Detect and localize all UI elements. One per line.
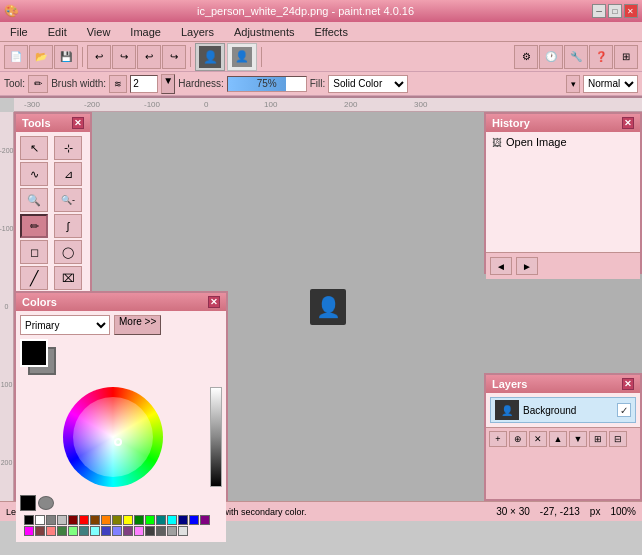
current-tool[interactable]: ✏: [28, 75, 48, 93]
save-button[interactable]: 💾: [54, 45, 78, 69]
color-swatch[interactable]: [178, 526, 188, 536]
layer-add-button[interactable]: +: [489, 431, 507, 447]
blend-select[interactable]: Normal: [583, 75, 638, 93]
color-swatch[interactable]: [167, 515, 177, 525]
color-swatch[interactable]: [90, 515, 100, 525]
color-swatch[interactable]: [145, 526, 155, 536]
help-icon[interactable]: ❓: [589, 45, 613, 69]
color-wheel[interactable]: [63, 387, 163, 487]
menu-view[interactable]: View: [81, 24, 117, 40]
layer-merge-button[interactable]: ⊞: [589, 431, 607, 447]
color-swatch[interactable]: [134, 526, 144, 536]
color-mode-select[interactable]: Primary: [20, 315, 110, 335]
menu-image[interactable]: Image: [124, 24, 167, 40]
history-redo-button[interactable]: ►: [516, 257, 538, 275]
undo-button[interactable]: ↩: [87, 45, 111, 69]
fill-select[interactable]: Solid Color: [328, 75, 408, 93]
redo2-button[interactable]: ↪: [162, 45, 186, 69]
tool-move[interactable]: ⊹: [54, 136, 82, 160]
eyedropper-swatch[interactable]: [38, 496, 54, 510]
color-swatch[interactable]: [101, 515, 111, 525]
brush-width-down[interactable]: ▼: [161, 74, 175, 94]
tool-arrow[interactable]: ↖: [20, 136, 48, 160]
color-swatch[interactable]: [35, 526, 45, 536]
color-swatch[interactable]: [68, 526, 78, 536]
color-swatch[interactable]: [156, 526, 166, 536]
layer-visibility-checkbox[interactable]: ✓: [617, 403, 631, 417]
tools-close-button[interactable]: ✕: [72, 117, 84, 129]
hardness-slider[interactable]: 75%: [227, 76, 307, 92]
color-swatch[interactable]: [178, 515, 188, 525]
tool-zoom-in[interactable]: 🔍: [20, 188, 48, 212]
color-swatch[interactable]: [200, 515, 210, 525]
color-swatch[interactable]: [46, 526, 56, 536]
tool-ellipse[interactable]: ◯: [54, 240, 82, 264]
color-swatch[interactable]: [189, 515, 199, 525]
layer-flatten-button[interactable]: ⊟: [609, 431, 627, 447]
tool-rect[interactable]: ◻: [20, 240, 48, 264]
tool-line[interactable]: ╱: [20, 266, 48, 290]
plugin-icon[interactable]: 🔧: [564, 45, 588, 69]
open-button[interactable]: 📂: [29, 45, 53, 69]
colors-close-button[interactable]: ✕: [208, 296, 220, 308]
tool-lasso[interactable]: ∿: [20, 162, 48, 186]
color-swatch[interactable]: [46, 515, 56, 525]
layer-down-button[interactable]: ▼: [569, 431, 587, 447]
tool-eraser[interactable]: ⌧: [54, 266, 82, 290]
color-swatch[interactable]: [35, 515, 45, 525]
layer-item[interactable]: 👤 Background ✓: [490, 397, 636, 423]
history-close-button[interactable]: ✕: [622, 117, 634, 129]
layer-dup-button[interactable]: ⊕: [509, 431, 527, 447]
layer-thumb-2[interactable]: 👤: [227, 43, 257, 71]
close-button[interactable]: ✕: [624, 4, 638, 18]
redo-button[interactable]: ↪: [112, 45, 136, 69]
menu-layers[interactable]: Layers: [175, 24, 220, 40]
layer-del-button[interactable]: ✕: [529, 431, 547, 447]
tool-brush[interactable]: ∫: [54, 214, 82, 238]
color-swatch[interactable]: [90, 526, 100, 536]
color-swatch[interactable]: [68, 515, 78, 525]
primary-color-box[interactable]: [20, 339, 48, 367]
maximize-button[interactable]: □: [608, 4, 622, 18]
layer-thumb-1[interactable]: 👤: [195, 43, 225, 71]
color-swatch[interactable]: [112, 526, 122, 536]
layer-up-button[interactable]: ▲: [549, 431, 567, 447]
color-swatch[interactable]: [79, 526, 89, 536]
minimize-button[interactable]: ─: [592, 4, 606, 18]
color-swatch[interactable]: [156, 515, 166, 525]
color-swatch[interactable]: [112, 515, 122, 525]
color-swatch[interactable]: [134, 515, 144, 525]
color-swatch[interactable]: [167, 526, 177, 536]
history-item[interactable]: 🖼 Open Image: [488, 134, 638, 150]
history-icon[interactable]: 🕐: [539, 45, 563, 69]
color-swatch[interactable]: [79, 515, 89, 525]
menu-edit[interactable]: Edit: [42, 24, 73, 40]
new-button[interactable]: 📄: [4, 45, 28, 69]
menu-adjustments[interactable]: Adjustments: [228, 24, 301, 40]
color-swatch[interactable]: [123, 515, 133, 525]
layers-close-button[interactable]: ✕: [622, 378, 634, 390]
menu-effects[interactable]: Effects: [309, 24, 354, 40]
color-swatch[interactable]: [24, 515, 34, 525]
color-swatch[interactable]: [123, 526, 133, 536]
history-undo-button[interactable]: ◄: [490, 257, 512, 275]
color-swatch[interactable]: [145, 515, 155, 525]
tool-zoom-out[interactable]: 🔍-: [54, 188, 82, 212]
color-swatch[interactable]: [101, 526, 111, 536]
settings-icon[interactable]: ⚙: [514, 45, 538, 69]
black-swatch[interactable]: [20, 495, 36, 511]
ruler-mark: 100: [264, 100, 277, 109]
undo2-button[interactable]: ↩: [137, 45, 161, 69]
more-colors-button[interactable]: More >>: [114, 315, 161, 335]
blend-dropdown-icon[interactable]: ▾: [566, 75, 580, 93]
brightness-slider[interactable]: [210, 387, 222, 487]
extra-icon[interactable]: ⊞: [614, 45, 638, 69]
brush-size-type[interactable]: ≋: [109, 75, 127, 93]
color-swatch[interactable]: [57, 515, 67, 525]
color-swatch[interactable]: [57, 526, 67, 536]
tool-select[interactable]: ⊿: [54, 162, 82, 186]
tool-pencil[interactable]: ✏: [20, 214, 48, 238]
color-swatch[interactable]: [24, 526, 34, 536]
menu-file[interactable]: File: [4, 24, 34, 40]
brush-width-input[interactable]: [130, 75, 158, 93]
